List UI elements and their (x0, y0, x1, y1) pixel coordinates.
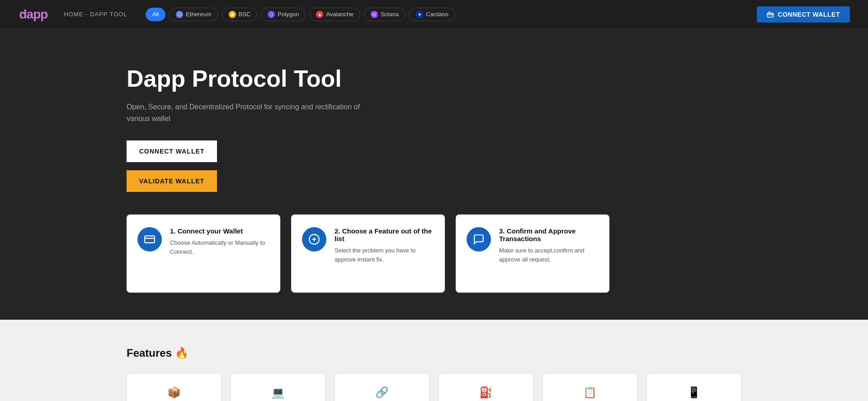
migration-icon: 📦 (167, 386, 181, 399)
cardano-icon: ● (416, 11, 423, 18)
step-1-desc: Choose Automatically or Manually to Conn… (170, 238, 269, 256)
chain-filters: All ⬡ Ethereum ◆ BSC ⬡ Polygon ▲ Avalanc… (146, 8, 748, 21)
step-2-desc: Select the problem you have to approve i… (335, 246, 434, 264)
gas-icon: ⛽ (479, 386, 493, 399)
logo-text: •dapp (18, 7, 47, 22)
feature-gas[interactable]: ⛽ High Gas Fees (439, 373, 533, 401)
feature-rectification[interactable]: 🔗 Rectification (335, 373, 429, 401)
features-grid: 📦 Migration Issues 💻 Asset Recovery 🔗 Re… (127, 373, 741, 401)
step-2-title: 2. Choose a Feature out of the list (335, 227, 434, 242)
chain-btn-ethereum[interactable]: ⬡ Ethereum (169, 8, 218, 21)
bsc-icon: ◆ (229, 11, 236, 18)
navbar: •dapp HOME - DAPP TOOL All ⬡ Ethereum ◆ … (0, 0, 868, 29)
step-3-icon (467, 227, 491, 252)
step-3-title: 3. Confirm and Approve Transactions (499, 227, 599, 242)
feature-asset[interactable]: 💻 Asset Recovery (231, 373, 326, 401)
polygon-icon: ⬡ (268, 11, 275, 18)
connect-wallet-button[interactable]: CONNECT WALLET (127, 140, 217, 162)
feature-transaction[interactable]: 📱 Transaction Error (646, 373, 741, 401)
chain-btn-avalanche[interactable]: ▲ Avalanche (309, 8, 360, 21)
step-card-3: 3. Confirm and Approve Transactions Make… (456, 214, 609, 293)
avalanche-icon: ▲ (316, 11, 323, 18)
chain-btn-cardano[interactable]: ● Cardano (409, 8, 455, 21)
logo: •dapp (18, 7, 47, 22)
step-1-title: 1. Connect your Wallet (170, 227, 269, 235)
features-title: Features 🔥 (127, 347, 741, 359)
chain-btn-all[interactable]: All (146, 8, 165, 21)
features-section: Features 🔥 📦 Migration Issues 💻 Asset Re… (0, 320, 868, 401)
transaction-icon: 📱 (687, 386, 701, 399)
step-3-desc: Make sure to accept,confirm and approve … (499, 246, 599, 264)
chain-btn-bsc[interactable]: ◆ BSC (222, 8, 258, 21)
hero-subtitle: Open, Secure, and Decentralized Protocol… (127, 101, 371, 124)
solana-icon: ◎ (371, 11, 378, 18)
hero-buttons: CONNECT WALLET VALIDATE WALLET (127, 140, 741, 192)
chain-btn-solana[interactable]: ◎ Solana (364, 8, 406, 21)
nav-label: HOME - DAPP TOOL (64, 11, 127, 18)
step-card-2: 2. Choose a Feature out of the list Sele… (291, 214, 445, 293)
rectification-icon: 🔗 (375, 386, 389, 399)
ethereum-icon: ⬡ (176, 11, 183, 18)
feature-migration[interactable]: 📦 Migration Issues (127, 373, 222, 401)
validate-wallet-button[interactable]: VALIDATE WALLET (127, 170, 217, 192)
asset-icon: 💻 (271, 386, 285, 399)
step-1-icon (137, 227, 162, 252)
connect-wallet-nav-button[interactable]: CONNECT WALLET (757, 6, 850, 23)
wallet-icon (767, 11, 774, 18)
slippage-icon: 📋 (583, 386, 597, 399)
hero-section: Dapp Protocol Tool Open, Secure, and Dec… (0, 29, 868, 320)
step-2-icon (302, 227, 326, 252)
feature-slippage[interactable]: 📋 Slippage Error (542, 373, 637, 401)
step-card-1: 1. Connect your Wallet Choose Automatica… (127, 214, 280, 293)
chain-btn-polygon[interactable]: ⬡ Polygon (261, 8, 306, 21)
hero-title: Dapp Protocol Tool (127, 65, 741, 92)
steps-container: 1. Connect your Wallet Choose Automatica… (127, 214, 741, 293)
svg-rect-1 (145, 236, 155, 243)
